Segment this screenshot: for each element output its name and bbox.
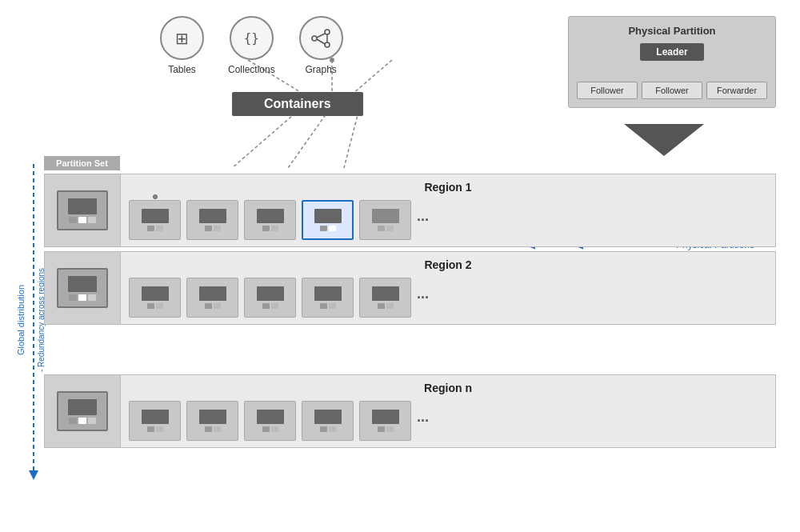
graphs-icon: [299, 16, 343, 60]
ellipsis-r2: ···: [417, 290, 429, 306]
collections-icon-item: {} Collections: [228, 16, 275, 75]
containers-box: Containers: [232, 92, 363, 116]
region2-partitions: ···: [129, 278, 767, 318]
region1-partitions: ···: [129, 200, 767, 240]
svg-point-25: [312, 36, 317, 41]
part-r1-1: [129, 200, 181, 240]
partition-icon-psn: [57, 391, 108, 431]
part-r2-4: [302, 278, 354, 318]
partition-icon-ps1: [57, 190, 108, 230]
pp-leader-area: Leader: [577, 43, 767, 61]
partition-area: Partition Set Region 1: [44, 156, 776, 448]
region1-block: Region 1: [120, 174, 776, 247]
svg-line-28: [317, 34, 325, 38]
graphs-label: Graphs: [306, 64, 337, 75]
region2-title: Region 2: [129, 258, 767, 271]
pp-follower-1: Follower: [577, 82, 638, 99]
part-rn-3: [244, 401, 296, 441]
collections-label: Collections: [228, 64, 275, 75]
svg-point-26: [325, 30, 330, 34]
part-r1-2: [186, 200, 238, 240]
region1-title: Region 1: [129, 181, 767, 194]
pp-title: Physical Partition: [577, 25, 767, 37]
partition-set-regionn: [44, 374, 120, 448]
part-r1-5: [359, 200, 411, 240]
tables-label: Tables: [168, 64, 196, 75]
partition-set-region1: [44, 174, 120, 247]
pp-follower-2: Follower: [642, 82, 702, 99]
region2-block: Region 2: [120, 251, 776, 325]
region2-row: Region 2: [44, 251, 776, 325]
part-r2-5: [359, 278, 411, 318]
ellipsis-r1: ···: [417, 212, 429, 229]
tables-icon: ⊞: [160, 16, 204, 60]
svg-line-2: [352, 60, 392, 94]
local-distribution-row: [44, 329, 776, 354]
pp-funnel: [624, 124, 704, 156]
pp-forwarder: Forwarder: [706, 82, 767, 99]
regionn-row: Region n: [44, 374, 776, 448]
pp-leader-box: Leader: [640, 43, 703, 61]
top-icons-area: ⊞ Tables {} Collections Graphs: [160, 16, 343, 75]
svg-marker-16: [29, 470, 38, 480]
part-r1-3: [244, 200, 296, 240]
part-r2-3: [244, 278, 296, 318]
partition-set-label: Partition Set: [44, 156, 120, 170]
svg-point-27: [325, 42, 330, 47]
part-r2-1: [129, 278, 181, 318]
regionn-title: Region n: [129, 382, 767, 394]
main-container: Global distribution - Redundancy across …: [0, 0, 800, 532]
part-rn-2: [186, 401, 238, 441]
graphs-icon-item: Graphs: [299, 16, 343, 75]
region1-row: Region 1: [44, 174, 776, 247]
part-rn-5: [359, 401, 411, 441]
tables-icon-item: ⊞ Tables: [160, 16, 204, 75]
part-rn-1: [129, 401, 181, 441]
physical-partition-box: Physical Partition Leader Follower Follo…: [568, 16, 776, 108]
svg-text:Global distribution: Global distribution: [16, 285, 26, 355]
partition-icon-ps2: [57, 268, 108, 308]
regionn-partitions: ···: [129, 401, 767, 441]
pp-followers-area: Follower Follower Forwarder: [577, 82, 767, 99]
svg-line-29: [317, 39, 325, 44]
partition-set-region2: [44, 251, 120, 325]
ellipsis-rn: ···: [417, 413, 429, 430]
part-rn-4: [302, 401, 354, 441]
part-r2-2: [186, 278, 238, 318]
regionn-block: Region n: [120, 374, 776, 448]
part-r1-4-highlighted: [302, 200, 354, 240]
collections-icon: {}: [230, 16, 274, 60]
